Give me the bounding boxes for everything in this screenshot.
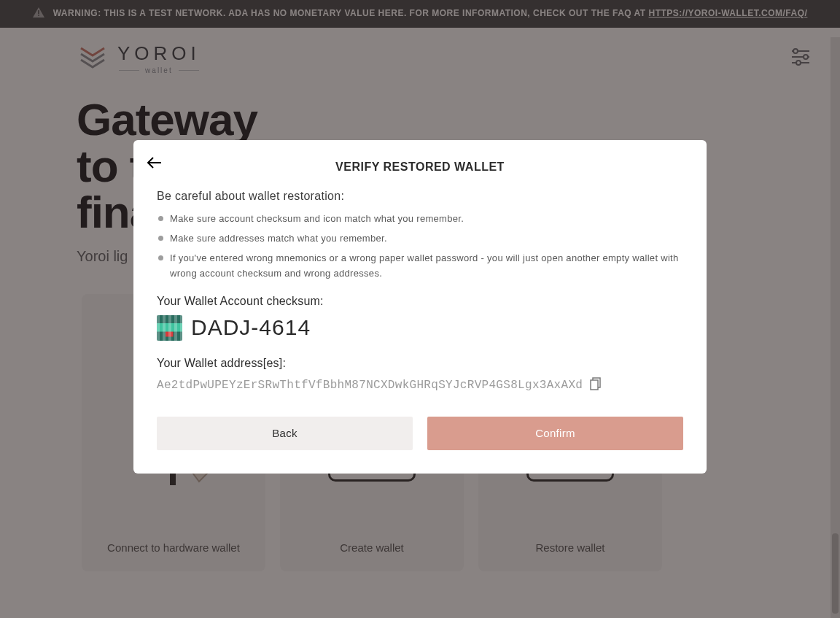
confirm-button[interactable]: Confirm xyxy=(427,417,683,450)
caution-heading: Be careful about wallet restoration: xyxy=(157,190,683,203)
checksum-row: DADJ-4614 xyxy=(157,315,683,341)
copy-icon[interactable] xyxy=(590,377,602,393)
modal-button-row: Back Confirm xyxy=(157,417,683,450)
checksum-identicon-icon xyxy=(157,315,182,341)
wallet-address: Ae2tdPwUPEYzErSRwThtfVfBbhM87NCXDwkGHRqS… xyxy=(157,379,583,392)
checksum-value: DADJ-4614 xyxy=(191,315,311,340)
back-button[interactable]: Back xyxy=(157,417,413,450)
caution-bullet: Make sure addresses match what you remem… xyxy=(157,231,683,247)
caution-bullet: Make sure account checksum and icon matc… xyxy=(157,212,683,227)
modal-title: VERIFY RESTORED WALLET xyxy=(157,161,683,174)
modal-overlay: VERIFY RESTORED WALLET Be careful about … xyxy=(0,0,840,618)
caution-bullets: Make sure account checksum and icon matc… xyxy=(157,212,683,281)
address-row: Ae2tdPwUPEYzErSRwThtfVfBbhM87NCXDwkGHRqS… xyxy=(157,377,683,393)
checksum-label: Your Wallet Account checksum: xyxy=(157,295,683,308)
back-arrow-icon[interactable] xyxy=(147,156,163,172)
addresses-label: Your Wallet address[es]: xyxy=(157,357,683,370)
caution-bullet: If you've entered wrong mnemonics or a w… xyxy=(157,251,683,282)
verify-wallet-modal: VERIFY RESTORED WALLET Be careful about … xyxy=(133,140,707,473)
svg-rect-15 xyxy=(591,380,598,390)
